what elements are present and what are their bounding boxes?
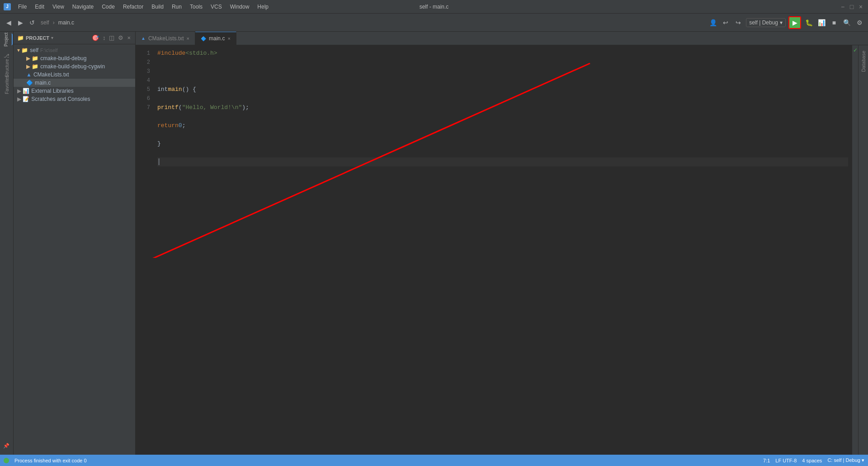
status-message: Process finished with exit code 0 [14, 458, 87, 463]
settings-gear-icon[interactable]: ⚙ [117, 33, 124, 42]
cursor-position[interactable]: 7:1 [763, 458, 770, 463]
run-configuration[interactable]: self | Debug ▾ [746, 18, 786, 27]
sidebar-icon: 📁 [17, 35, 24, 41]
code-content[interactable]: #include <stdio.h> int main() { printf("… [154, 45, 852, 455]
app-icon: J [4, 3, 11, 10]
indent-style[interactable]: 4 spaces [802, 458, 822, 463]
right-gutter: ✓ [852, 45, 858, 455]
menu-navigate[interactable]: Navigate [69, 3, 97, 11]
sidebar: 📁 Project ▾ 🎯 ↕ ◫ ⚙ × ▾ 📁 self F:\c\self… [14, 32, 136, 455]
scratches-icon: ▶ 📝 [17, 96, 29, 102]
tree-root[interactable]: ▾ 📁 self F:\c\self [14, 46, 135, 54]
run-context[interactable]: C: self | Debug ▾ [827, 457, 864, 463]
search-icon[interactable]: 🔍 [842, 18, 852, 28]
redo-icon[interactable]: ↪ [733, 18, 743, 28]
structure-tab[interactable]: Structure [1, 62, 13, 74]
run-config-chevron: ▾ [780, 19, 783, 26]
sidebar-title: Project [26, 35, 49, 41]
menu-run[interactable]: Run [168, 3, 185, 11]
run-button[interactable]: ▶ [788, 16, 801, 29]
sidebar-icons: 🎯 ↕ ◫ ⚙ × [91, 33, 132, 42]
mainc-tab-label: main.c [209, 35, 225, 42]
tab-main-c[interactable]: 🔷 main.c × [195, 32, 236, 45]
root-label: self [30, 47, 38, 53]
menu-refactor[interactable]: Refactor [119, 3, 147, 11]
line-numbers: 1 2 3 4 5 6 7 [136, 45, 154, 455]
tree-cmake-lists[interactable]: ▲ CMakeLists.txt [14, 71, 135, 79]
tree-scratches[interactable]: ▶ 📝 Scratches and Consoles [14, 95, 135, 103]
pin-icon[interactable]: 📌 [1, 439, 13, 451]
title-bar-title: self - main.c [420, 4, 449, 10]
mainc-tab-icon: 🔷 [201, 36, 206, 41]
status-right: 7:1 LF UTF-8 4 spaces C: self | Debug ▾ [763, 457, 864, 463]
sidebar-close-icon[interactable]: × [126, 33, 132, 42]
title-bar: J File Edit View Navigate Code Refactor … [0, 0, 868, 14]
editor-tabs: ▲ CMakeLists.txt × 🔷 main.c × [136, 32, 868, 45]
refresh-icon[interactable]: ↺ [27, 18, 37, 28]
undo-icon[interactable]: ↩ [721, 18, 731, 28]
menu-help[interactable]: Help [254, 3, 272, 11]
locate-icon[interactable]: 🎯 [91, 33, 100, 42]
close-button[interactable]: × [857, 3, 864, 10]
minimize-button[interactable]: − [839, 3, 846, 10]
cmake-tab-close[interactable]: × [187, 36, 189, 41]
menu-vcs[interactable]: VCS [207, 3, 226, 11]
mainc-tab-close[interactable]: × [227, 36, 230, 41]
menu-edit[interactable]: Edit [31, 3, 48, 11]
line-ending[interactable]: LF UTF-8 [775, 458, 797, 463]
user-icon[interactable]: 👤 [708, 18, 718, 28]
toolbar-left: ◀ ▶ ↺ self › main.c [4, 18, 76, 28]
menu-code[interactable]: Code [98, 3, 118, 11]
code-editor[interactable]: 1 2 3 4 5 6 7 #include <stdio.h> int mai… [136, 45, 852, 455]
gutter-ok-icon: ✓ [853, 47, 858, 53]
tree-external-libs[interactable]: ▶ 📊 External Libraries [14, 87, 135, 95]
coverage-button[interactable]: 📊 [816, 18, 826, 28]
cmake-tab-label: CMakeLists.txt [148, 35, 184, 42]
folder2-expand-icon: ▶ 📁 [26, 63, 38, 70]
breadcrumb-file[interactable]: main.c [58, 19, 74, 26]
project-tab[interactable]: Project [1, 33, 13, 45]
main-toolbar: ◀ ▶ ↺ self › main.c 👤 ↩ ↪ self | Debug ▾… [0, 14, 868, 32]
file-tree: ▾ 📁 self F:\c\self ▶ 📁 cmake-build-debug… [14, 44, 135, 455]
sidebar-header: 📁 Project ▾ 🎯 ↕ ◫ ⚙ × [14, 32, 135, 44]
run-status-icon [4, 458, 9, 463]
menu-tools[interactable]: Tools [186, 3, 206, 11]
title-bar-left: J File Edit View Navigate Code Refactor … [4, 3, 272, 11]
sidebar-chevron: ▾ [51, 35, 53, 40]
stop-button[interactable]: ■ [829, 18, 839, 28]
tab-cmake[interactable]: ▲ CMakeLists.txt × [136, 32, 195, 45]
tree-main-c[interactable]: 🔷 main.c [14, 79, 135, 87]
tree-cmake-cygwin[interactable]: ▶ 📁 cmake-build-debug-cygwin [14, 62, 135, 71]
scroll-to-icon[interactable]: ↕ [102, 33, 107, 42]
menu-build[interactable]: Build [148, 3, 167, 11]
breadcrumb-self[interactable]: self [41, 19, 49, 26]
tree-cmake-debug[interactable]: ▶ 📁 cmake-build-debug [14, 54, 135, 62]
debug-button[interactable]: 🐛 [804, 18, 814, 28]
title-bar-menu: File Edit View Navigate Code Refactor Bu… [14, 3, 272, 11]
menu-window[interactable]: Window [226, 3, 253, 11]
settings-icon[interactable]: ⚙ [854, 18, 864, 28]
scratches-label: Scratches and Consoles [31, 96, 90, 102]
toolbar-right: 👤 ↩ ↪ self | Debug ▾ ▶ 🐛 📊 ■ 🔍 ⚙ [708, 16, 864, 29]
forward-icon[interactable]: ▶ [15, 18, 25, 28]
cmake-cygwin-label: cmake-build-debug-cygwin [40, 63, 105, 70]
cmake-file-icon: ▲ [26, 71, 32, 78]
run-config-label: self | Debug [749, 19, 778, 26]
cmake-debug-label: cmake-build-debug [40, 55, 86, 62]
title-bar-controls: − □ × [839, 3, 864, 10]
favorites-tab[interactable]: Favorites [1, 79, 13, 90]
maximize-button[interactable]: □ [848, 3, 855, 10]
ext-libs-icon: ▶ 📊 [17, 88, 29, 94]
collapse-icon[interactable]: ◫ [108, 33, 115, 42]
menu-file[interactable]: File [14, 3, 30, 11]
cmake-tab-icon: ▲ [141, 36, 146, 41]
activity-bar: Project ⎇ Structure Favorites 📌 [0, 32, 14, 455]
root-path: F:\c\self [40, 48, 58, 53]
menu-view[interactable]: View [49, 3, 68, 11]
ext-libs-label: External Libraries [31, 88, 73, 94]
back-icon[interactable]: ◀ [4, 18, 14, 28]
breadcrumb-separator: › [53, 19, 55, 26]
database-tab[interactable]: Database [859, 47, 868, 76]
cmake-lists-label: CMakeLists.txt [33, 71, 69, 78]
c-file-icon: 🔷 [26, 80, 33, 86]
